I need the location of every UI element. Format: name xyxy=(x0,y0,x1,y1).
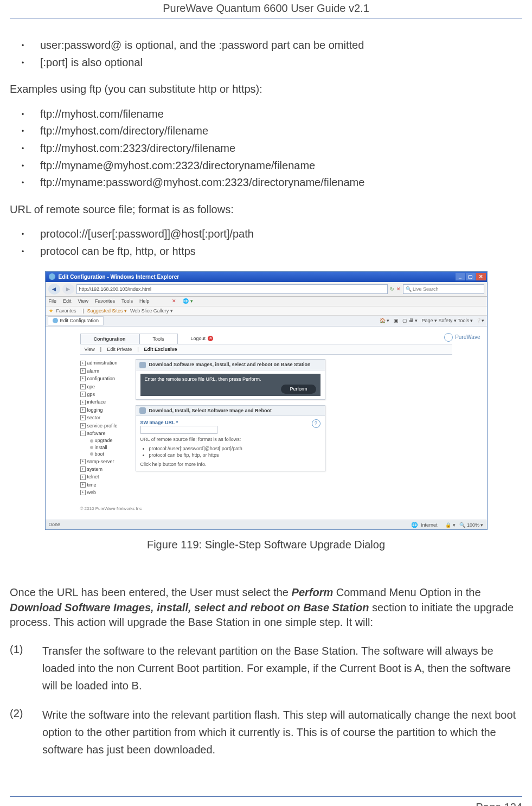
perform-button[interactable]: Perform xyxy=(281,385,316,393)
logout-link[interactable]: Logout✕ xyxy=(191,335,214,342)
maximize-button[interactable]: ▢ xyxy=(466,273,476,280)
hint-more: Click help button for more info. xyxy=(140,461,321,468)
tree-node[interactable]: system xyxy=(87,466,103,472)
expand-icon[interactable]: + xyxy=(80,459,86,464)
expand-icon[interactable]: + xyxy=(80,361,86,366)
expand-icon[interactable]: + xyxy=(80,400,86,405)
subtab-edit-exclusive[interactable]: Edit Exclusive xyxy=(144,346,177,353)
expand-icon[interactable]: + xyxy=(80,368,86,374)
expand-icon[interactable]: + xyxy=(80,384,86,389)
tree-node[interactable]: configuration xyxy=(87,375,116,382)
expand-icon[interactable]: + xyxy=(80,423,86,428)
sw-url-label: SW Image URL * xyxy=(140,420,178,425)
format-intro: URL of remote source file; format is as … xyxy=(10,202,522,218)
back-button[interactable]: ◄ xyxy=(48,284,60,295)
expand-icon[interactable]: + xyxy=(80,482,86,488)
step-text: Transfer the software to the relevant pa… xyxy=(42,642,522,694)
status-bar: Done 🌐 Internet 🔒 ▾ 🔍 100% ▾ xyxy=(46,520,487,530)
search-box[interactable]: 🔍 Live Search xyxy=(403,284,484,294)
list-item: user:password@ is optional, and the :pas… xyxy=(40,38,522,53)
tree-node[interactable]: telnet xyxy=(87,474,99,480)
copyright: © 2010 PureWave Networks Inc xyxy=(80,506,480,511)
step-number: (1) xyxy=(10,642,42,694)
panel-title: Download, Install, Select Software Image… xyxy=(149,407,272,414)
screenshot-figure: Edit Configuration - Windows Internet Ex… xyxy=(45,271,488,530)
hint-item: protocol can be ftp, http, or https xyxy=(149,452,321,458)
tree-leaf-install[interactable]: install xyxy=(95,444,107,451)
ie-icon xyxy=(53,318,58,323)
tree-node[interactable]: administration xyxy=(87,360,118,366)
stop-icon[interactable]: ✕ xyxy=(172,298,176,304)
step-number: (2) xyxy=(10,706,42,758)
tree-node[interactable]: service-profile xyxy=(87,423,118,429)
collapse-icon[interactable]: − xyxy=(80,431,86,436)
gear-icon xyxy=(139,362,146,368)
subtab-view[interactable]: View xyxy=(85,346,95,353)
format-list: protocol://[user[:password]]@host[:port]… xyxy=(10,227,522,259)
expand-icon[interactable]: + xyxy=(80,376,86,381)
expand-icon[interactable]: + xyxy=(80,466,86,472)
tab-tools[interactable]: Tools xyxy=(139,334,178,344)
list-item: protocol can be ftp, http, or https xyxy=(40,244,522,259)
tree-node[interactable]: logging xyxy=(87,407,103,413)
help-icon[interactable]: ? xyxy=(312,419,321,428)
minimize-button[interactable]: _ xyxy=(456,273,465,280)
tree-node[interactable]: sector xyxy=(87,414,101,421)
sw-url-input[interactable] xyxy=(140,426,217,434)
window-titlebar: Edit Configuration - Windows Internet Ex… xyxy=(46,272,487,283)
suggested-sites-link[interactable]: Suggested Sites ▾ xyxy=(87,308,127,314)
expand-icon[interactable]: + xyxy=(80,407,86,413)
menu-favorites[interactable]: Favorites xyxy=(95,298,115,304)
gear-icon xyxy=(139,407,146,414)
panel-title: Download Software Images, install, selec… xyxy=(149,361,311,368)
figure-caption: Figure 119: Single-Step Software Upgrade… xyxy=(10,538,522,553)
panel-download-reboot: Download Software Images, install, selec… xyxy=(136,359,325,399)
tab-configuration[interactable]: Configuration xyxy=(80,334,139,344)
page-toolbar[interactable]: 🏠 ▾ ▣ ▢ 🖶 ▾ Page ▾ Safety ▾ Tools ▾ ❔▾ xyxy=(380,317,485,324)
menu-edit[interactable]: Edit xyxy=(63,298,72,304)
list-item: ftp://myname@myhost.com:2323/directoryna… xyxy=(40,158,522,174)
convert-icon[interactable]: 🌐 ▾ xyxy=(183,298,193,304)
forward-button[interactable]: ► xyxy=(62,284,74,295)
tree-node[interactable]: snmp-server xyxy=(87,458,114,465)
status-zone: Internet xyxy=(421,522,438,528)
tree-node[interactable]: web xyxy=(87,489,97,496)
nav-tree: +administration +alarm +configuration +c… xyxy=(80,359,131,496)
web-slice-link[interactable]: Web Slice Gallery ▾ xyxy=(130,308,173,314)
page-footer: Page 124 xyxy=(10,796,522,806)
intro-bullet-list: user:password@ is optional, and the :pas… xyxy=(10,38,522,70)
close-icon: ✕ xyxy=(208,336,213,341)
tree-leaf-boot[interactable]: boot xyxy=(95,451,105,457)
expand-icon[interactable]: + xyxy=(80,490,86,495)
tree-node[interactable]: gps xyxy=(87,391,95,398)
expand-icon[interactable]: + xyxy=(80,415,86,420)
tree-node[interactable]: cpe xyxy=(87,383,95,390)
tree-node[interactable]: alarm xyxy=(87,368,100,374)
followup-paragraph: Once the URL has been entered, the User … xyxy=(10,585,522,630)
tree-leaf-upgrade[interactable]: upgrade xyxy=(95,437,113,444)
browser-tab[interactable]: Edit Configuration xyxy=(48,316,104,325)
list-item: ftp://myhost.com:2323/directory/filename xyxy=(40,141,522,156)
sub-tabbar: View| Edit Private| Edit Exclusive xyxy=(80,344,452,355)
panel-instruction: Enter the remote source file URL, then p… xyxy=(145,376,261,382)
tree-node[interactable]: interface xyxy=(87,399,106,405)
menu-help[interactable]: Help xyxy=(139,298,150,304)
ie-icon xyxy=(49,273,55,280)
menu-file[interactable]: File xyxy=(49,298,57,304)
expand-icon[interactable]: + xyxy=(80,475,86,480)
list-item: [:port] is also optional xyxy=(40,55,522,71)
examples-intro: Examples using ftp (you can substitute h… xyxy=(10,82,522,97)
menu-view[interactable]: View xyxy=(78,298,88,304)
subtab-edit-private[interactable]: Edit Private xyxy=(107,346,132,353)
tree-node[interactable]: time xyxy=(87,482,97,488)
close-button[interactable]: ✕ xyxy=(476,273,486,280)
list-item: protocol://[user[:password]]@host[:port]… xyxy=(40,227,522,242)
stop-icon[interactable]: ✕ xyxy=(396,286,401,292)
menu-tools[interactable]: Tools xyxy=(121,298,133,304)
favorites-label: Favorites xyxy=(56,308,76,314)
refresh-icon[interactable]: ↻ xyxy=(390,286,394,292)
tree-node-software[interactable]: software xyxy=(87,430,106,437)
expand-icon[interactable]: + xyxy=(80,392,86,397)
star-icon[interactable]: ★ xyxy=(49,308,53,314)
address-bar[interactable]: http://192.168.200.103/index.html xyxy=(76,284,388,294)
